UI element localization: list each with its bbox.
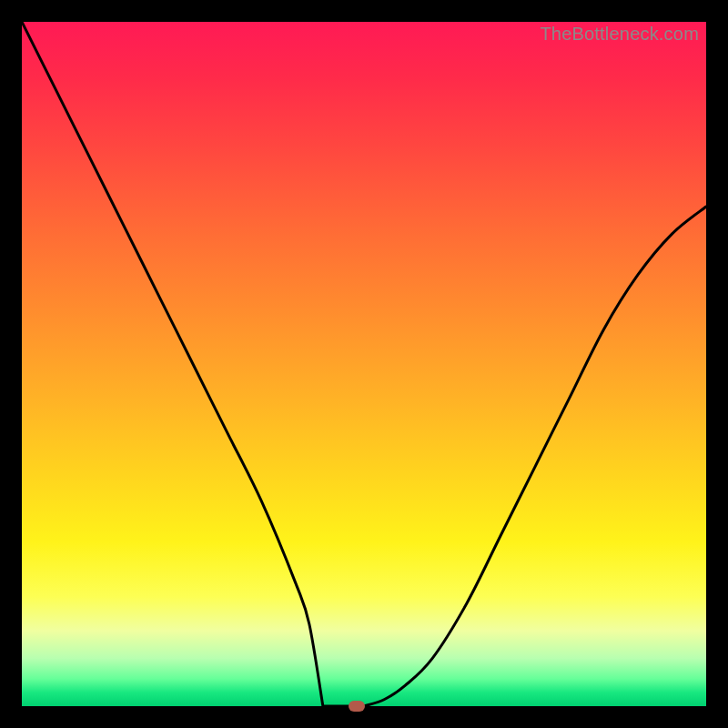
chart-frame: TheBottleneck.com — [0, 0, 728, 728]
bottleneck-curve — [22, 22, 706, 706]
optimal-point-marker — [349, 701, 365, 712]
plot-area: TheBottleneck.com — [22, 22, 706, 706]
